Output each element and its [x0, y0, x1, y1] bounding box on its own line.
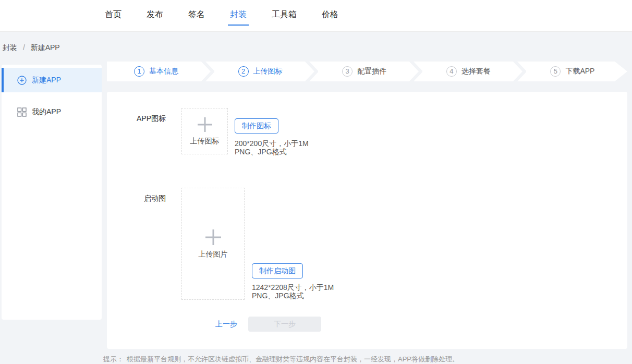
platform-notice: 提示：根据最新平台规则，不允许区块链虚拟币、金融理财类等违规内容在平台封装，一经… [103, 355, 632, 364]
step-label: 上传图标 [253, 67, 283, 76]
sidebar-item-my-app[interactable]: 我的APP [2, 100, 102, 124]
spec-format: PNG、JPG格式 [252, 292, 334, 300]
nav-tab-publish[interactable]: 发布 [146, 8, 164, 23]
make-launch-image-button[interactable]: 制作启动图 [252, 263, 303, 278]
upload-hint: 上传图片 [199, 250, 228, 259]
step-basic-info[interactable]: 1 基本信息 [107, 62, 211, 81]
sidebar-item-new-app[interactable]: 新建APP [2, 68, 102, 92]
step-upload-icon[interactable]: 2 上传图标 [211, 62, 315, 81]
step-label: 下载APP [565, 67, 594, 76]
upload-form-panel: APP图标 上传图标 制作图标 200*200尺寸，小于1M PNG、JPG格式 [107, 92, 627, 349]
notice-label: 提示： [103, 355, 124, 363]
step-label: 基本信息 [149, 67, 178, 76]
plus-icon [197, 116, 213, 133]
app-icon-aside: 制作图标 200*200尺寸，小于1M PNG、JPG格式 [235, 108, 309, 156]
launch-image-spec: 1242*2208尺寸，小于1M PNG、JPG格式 [252, 283, 334, 300]
nav-tab-price[interactable]: 价格 [321, 8, 339, 23]
app-icon-label: APP图标 [107, 108, 181, 156]
step-label: 配置插件 [357, 67, 386, 76]
top-nav: 首页 发布 签名 封装 工具箱 价格 [0, 0, 632, 32]
app-icon-spec: 200*200尺寸，小于1M PNG、JPG格式 [235, 139, 309, 156]
step-number: 5 [550, 66, 561, 77]
wizard-stepper: 1 基本信息 2 上传图标 3 配置插件 4 选择套餐 5 下载APP [107, 62, 627, 81]
spec-size: 200*200尺寸，小于1M [235, 139, 309, 148]
spec-size: 1242*2208尺寸，小于1M [252, 283, 334, 292]
launch-image-label: 启动图 [107, 188, 181, 300]
breadcrumb: 封装 / 新建APP [0, 32, 632, 62]
breadcrumb-current: 新建APP [31, 43, 60, 52]
launch-image-row: 启动图 上传图片 制作启动图 1242*2208尺寸，小于1M PNG、JPG格… [107, 188, 627, 300]
main-column: 1 基本信息 2 上传图标 3 配置插件 4 选择套餐 5 下载APP [107, 62, 627, 349]
next-step-button[interactable]: 下一步 [248, 317, 321, 332]
step-download-app[interactable]: 5 下载APP [523, 62, 627, 81]
app-icon-row: APP图标 上传图标 制作图标 200*200尺寸，小于1M PNG、JPG格式 [107, 108, 627, 156]
sidebar-item-label: 新建APP [32, 76, 61, 85]
step-number: 3 [342, 66, 353, 77]
spec-format: PNG、JPG格式 [235, 148, 309, 156]
step-label: 选择套餐 [461, 67, 491, 76]
notice-text: 根据最新平台规则，不允许区块链虚拟币、金融理财类等违规内容在平台封装，一经发现，… [127, 355, 459, 363]
nav-tab-sign[interactable]: 签名 [188, 8, 205, 23]
nav-tab-home[interactable]: 首页 [104, 8, 122, 23]
wizard-footer: 上一步 下一步 [215, 317, 627, 332]
make-icon-button[interactable]: 制作图标 [235, 118, 278, 134]
launch-image-aside: 制作启动图 1242*2208尺寸，小于1M PNG、JPG格式 [252, 263, 334, 300]
step-configure-plugin[interactable]: 3 配置插件 [315, 62, 419, 81]
prev-step-link[interactable]: 上一步 [215, 320, 237, 329]
step-select-plan[interactable]: 4 选择套餐 [419, 62, 524, 81]
nav-tab-package[interactable]: 封装 [229, 8, 247, 23]
launch-image-upload-box[interactable]: 上传图片 [181, 188, 245, 300]
nav-tab-toolbox[interactable]: 工具箱 [271, 8, 297, 23]
step-number: 4 [446, 66, 457, 77]
app-icon-upload-box[interactable]: 上传图标 [181, 108, 228, 154]
sidebar-item-label: 我的APP [32, 107, 61, 117]
plus-circle-icon [17, 76, 27, 85]
plus-icon [204, 228, 222, 246]
breadcrumb-section[interactable]: 封装 [3, 43, 17, 52]
content-area: 新建APP 我的APP 1 基本信息 2 上传图标 [0, 62, 632, 349]
step-number: 1 [134, 66, 144, 77]
upload-hint: 上传图标 [190, 137, 220, 146]
grid-icon [17, 107, 27, 117]
sidebar: 新建APP 我的APP [2, 65, 102, 320]
step-number: 2 [238, 66, 249, 77]
breadcrumb-separator: / [23, 43, 25, 52]
